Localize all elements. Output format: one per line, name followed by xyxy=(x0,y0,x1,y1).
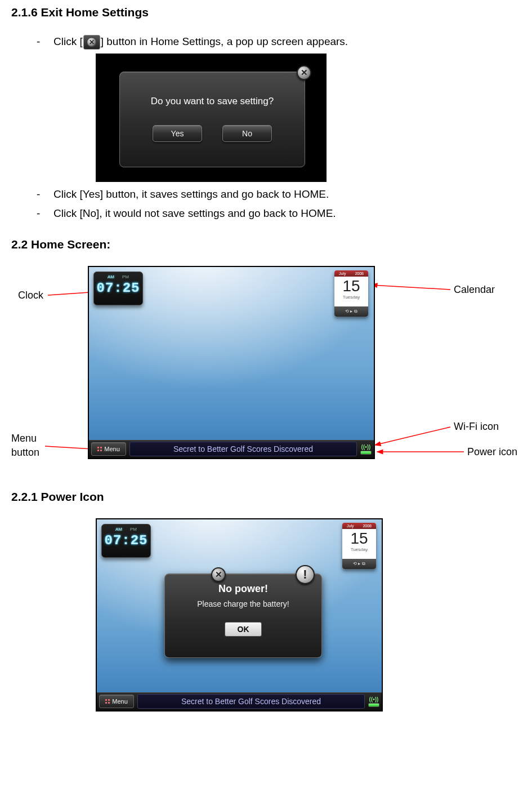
power-icon[interactable] xyxy=(360,451,372,455)
bullet-text: Click [No], it would not save settings a… xyxy=(53,206,336,222)
calendar-day: 15 xyxy=(342,530,376,548)
menu-bar: Menu Secret to Better Golf Scores Discov… xyxy=(97,692,382,710)
calendar-dayofweek: Tuesday xyxy=(342,547,376,552)
bullet-click-close: - Click [✕] button in Home Settings, a p… xyxy=(37,34,521,50)
wifi-icon[interactable]: ((•)) xyxy=(369,696,379,702)
menu-label: Menu xyxy=(104,446,120,452)
screenshot-no-power-dialog: AM PM 07:25 July 2008 15 Tuesday ⟲ ▸ ⧉ ✕… xyxy=(96,518,383,711)
close-icon: ✕ xyxy=(83,35,100,50)
menu-button[interactable]: Menu xyxy=(91,442,126,456)
clock-pm-label: PM xyxy=(122,274,129,279)
menu-label: Menu xyxy=(112,698,128,705)
news-ticker[interactable]: Secret to Better Golf Scores Discovered xyxy=(137,694,365,709)
callout-label-clock: Clock xyxy=(18,290,43,301)
calendar-year: 2008 xyxy=(355,272,364,275)
callout-label-wifi: Wi-Fi icon xyxy=(454,421,499,433)
svg-line-3 xyxy=(375,427,450,445)
menu-grid-icon xyxy=(105,699,110,704)
clock-time: 07:25 xyxy=(104,533,147,548)
menu-grid-icon xyxy=(97,447,102,451)
bullet-yes: - Click [Yes] button, it saves settings … xyxy=(37,186,521,203)
calendar-month: July xyxy=(339,272,346,275)
wifi-icon[interactable]: ((•)) xyxy=(361,444,371,450)
calendar-footer-icons[interactable]: ⟲ ▸ ⧉ xyxy=(334,306,368,317)
calendar-widget[interactable]: July 2008 15 Tuesday ⟲ ▸ ⧉ xyxy=(342,523,376,569)
menu-bar: Menu Secret to Better Golf Scores Discov… xyxy=(89,440,374,458)
bullet-text: Click [Yes] button, it saves settings an… xyxy=(53,186,329,203)
clock-widget[interactable]: AM PM 07:25 xyxy=(93,272,143,305)
clock-am-label: AM xyxy=(108,274,114,279)
heading-2-1-6: 2.1.6 Exit Home Settings xyxy=(11,6,521,19)
calendar-month: July xyxy=(347,524,354,528)
svg-line-1 xyxy=(372,285,450,290)
heading-2-2: 2.2 Home Screen: xyxy=(11,238,521,251)
calendar-footer-icons[interactable]: ⟲ ▸ ⧉ xyxy=(342,559,376,569)
dash: - xyxy=(37,186,53,203)
clock-pm-label: PM xyxy=(130,527,137,532)
dash: - xyxy=(37,206,53,222)
close-icon[interactable]: ✕ xyxy=(297,65,311,80)
power-icon[interactable] xyxy=(368,703,379,707)
callout-label-menu-button: Menu button xyxy=(11,432,51,460)
dialog-no-power: ✕ ! No power! Please charge the battery!… xyxy=(164,573,322,658)
dialog-title: No power! xyxy=(165,583,321,595)
clock-am-label: AM xyxy=(115,527,122,532)
calendar-year: 2008 xyxy=(363,524,372,528)
screenshot-home-screen: AM PM 07:25 July 2008 15 Tuesday ⟲ ▸ ⧉ M… xyxy=(88,266,375,459)
callout-label-power: Power icon xyxy=(467,446,517,458)
no-button[interactable]: No xyxy=(222,125,272,142)
dialog-message: Do you want to save setting? xyxy=(120,96,305,107)
clock-widget[interactable]: AM PM 07:25 xyxy=(101,524,151,558)
dash: - xyxy=(37,34,53,50)
dialog-subtitle: Please charge the battery! xyxy=(165,599,321,608)
heading-2-2-1: 2.2.1 Power Icon xyxy=(11,490,521,504)
bullet-no: - Click [No], it would not save settings… xyxy=(37,206,521,222)
exclamation-icon: ! xyxy=(296,565,315,584)
ok-button[interactable]: OK xyxy=(225,622,262,637)
bullet-text: Click [✕] button in Home Settings, a pop… xyxy=(53,34,348,50)
menu-button[interactable]: Menu xyxy=(99,695,134,708)
clock-time: 07:25 xyxy=(96,281,140,296)
calendar-day: 15 xyxy=(334,278,368,295)
calendar-widget[interactable]: July 2008 15 Tuesday ⟲ ▸ ⧉ xyxy=(334,270,368,317)
screenshot-save-setting-dialog: ✕ Do you want to save setting? Yes No xyxy=(96,54,327,182)
news-ticker[interactable]: Secret to Better Golf Scores Discovered xyxy=(129,442,357,456)
calendar-dayofweek: Tuesday xyxy=(334,295,368,300)
dialog-save-setting: ✕ Do you want to save setting? Yes No xyxy=(119,72,305,167)
close-icon[interactable]: ✕ xyxy=(211,567,226,582)
yes-button[interactable]: Yes xyxy=(153,125,202,142)
callout-label-calendar: Calendar xyxy=(454,284,495,296)
